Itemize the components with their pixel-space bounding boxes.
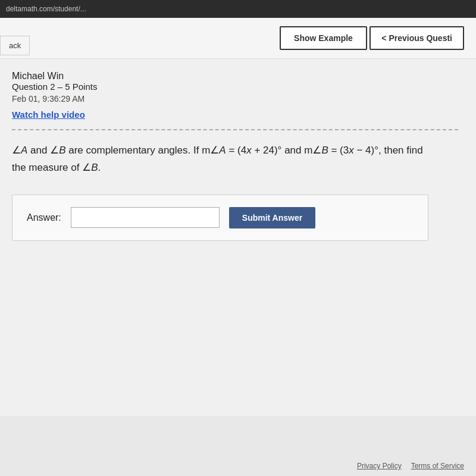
header-row: ack Show Example < Previous Questi (0, 18, 476, 59)
section-divider (12, 129, 458, 130)
footer: Privacy Policy Terms of Service (357, 462, 464, 470)
answer-label: Answer: (27, 212, 61, 223)
answer-input[interactable] (71, 207, 220, 228)
main-content: Michael Win Question 2 – 5 Points Feb 01… (0, 59, 476, 416)
top-bar: deltamath.com/student/... (0, 0, 476, 18)
back-button[interactable]: ack (0, 36, 30, 55)
student-info: Michael Win Question 2 – 5 Points Feb 01… (12, 71, 458, 104)
timestamp: Feb 01, 9:36:29 AM (12, 94, 458, 104)
privacy-policy-link[interactable]: Privacy Policy (357, 462, 402, 470)
show-example-button[interactable]: Show Example (280, 26, 367, 50)
question-text: ∠A and ∠B are complementary angles. If m… (12, 142, 428, 177)
watch-help-link[interactable]: Watch help video (12, 109, 458, 120)
prev-question-button[interactable]: < Previous Questi (369, 26, 464, 50)
terms-of-service-link[interactable]: Terms of Service (411, 462, 464, 470)
student-name: Michael Win (12, 71, 458, 82)
answer-area: Answer: Submit Answer (12, 195, 428, 241)
question-info: Question 2 – 5 Points (12, 82, 458, 92)
url-display: deltamath.com/student/... (6, 5, 86, 13)
question-body: ∠A and ∠B are complementary angles. If m… (12, 145, 423, 173)
submit-answer-button[interactable]: Submit Answer (229, 207, 315, 228)
